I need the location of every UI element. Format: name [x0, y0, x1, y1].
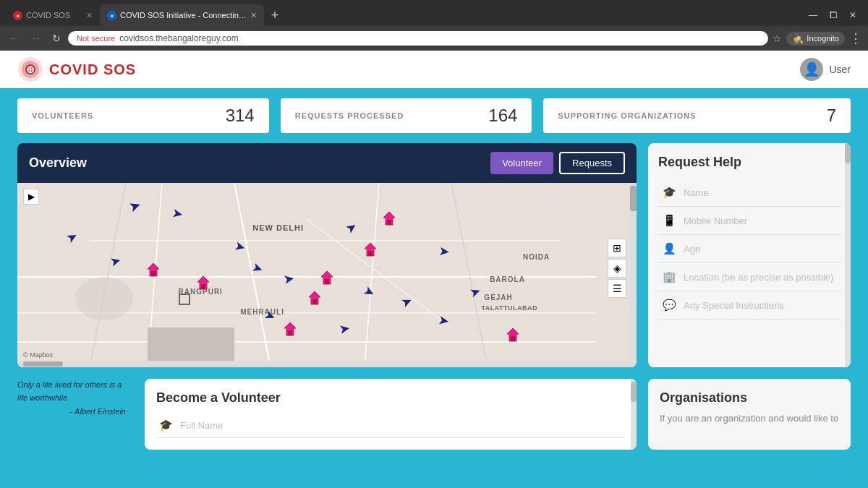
request-help-title: Request Help [658, 155, 841, 170]
tab1-close[interactable]: ✕ [86, 11, 93, 20]
bottom-section: Only a life lived for others is a life w… [0, 379, 868, 461]
svg-rect-20 [368, 251, 373, 256]
map-hscrollbar[interactable] [17, 361, 630, 367]
requests-button[interactable]: Requests [559, 152, 625, 174]
panel-scrollbar[interactable] [845, 143, 851, 367]
house-marker-4 [196, 275, 210, 294]
not-secure-label: Not secure [77, 34, 115, 43]
logo-text: COVID SOS [49, 61, 136, 78]
panel-scrollbar-thumb[interactable] [845, 143, 851, 163]
incognito-icon: 🕵 [792, 33, 804, 44]
address-text: covidsos.thebangaloreguy.com [119, 33, 239, 43]
mobile-placeholder: Mobile Number [684, 215, 747, 226]
incognito-label: Incognito [807, 34, 839, 43]
avatar: 👤 [800, 58, 823, 81]
house-marker-8 [506, 327, 520, 346]
bookmark-icon[interactable]: ☆ [773, 33, 782, 44]
overview-buttons: Volunteer Requests [490, 152, 625, 174]
svg-rect-30 [288, 330, 292, 335]
volunteer-scrollbar-thumb[interactable] [631, 382, 637, 402]
svg-rect-22 [151, 271, 156, 276]
house-marker-7 [283, 321, 297, 340]
incognito-button[interactable]: 🕵 Incognito [786, 32, 845, 46]
house-marker-5 [320, 270, 334, 288]
stat-volunteers: VOLUNTEERS 314 [17, 98, 269, 133]
arrow-marker-12: ➤ [438, 244, 450, 260]
tab1-icon: ● [13, 11, 22, 20]
map-control-layers[interactable]: ⊞ [608, 239, 626, 257]
field-mobile[interactable]: 📱 Mobile Number [658, 207, 841, 235]
fullname-icon: 🎓 [159, 419, 173, 432]
volunteer-scrollbar[interactable] [631, 379, 637, 450]
location-placeholder: Location (be as precise as possible) [684, 272, 833, 283]
map-controls: ⊞ ◈ ☰ [608, 239, 626, 298]
forward-button[interactable]: → [27, 30, 45, 46]
logo-icon: ⊕ [17, 56, 43, 82]
stat-volunteers-value: 314 [226, 106, 255, 126]
map-label-barola: BAROLA [490, 275, 525, 283]
stat-requests-label: REQUESTS PROCESSED [295, 111, 404, 120]
map-container[interactable]: NEW DELHI NOIDA RANGPURI MEHRAULI BAROLA… [17, 183, 637, 367]
svg-rect-28 [312, 299, 317, 304]
main-content: Overview Volunteer Requests [0, 143, 868, 379]
tab2-label: COVID SOS Initiative - Connectin… [120, 11, 247, 20]
overview-panel: Overview Volunteer Requests [17, 143, 637, 367]
age-icon: 👤 [663, 242, 676, 255]
field-name[interactable]: 🎓 Name [658, 179, 841, 207]
svg-rect-24 [201, 284, 205, 289]
svg-point-16 [75, 277, 133, 320]
tab-1[interactable]: ● COVID SOS ✕ [6, 4, 100, 26]
browser-chrome: ● COVID SOS ✕ ● COVID SOS Initiative - C… [0, 0, 868, 51]
menu-button[interactable]: ⋮ [849, 30, 862, 46]
svg-rect-32 [511, 336, 515, 341]
minimize-button[interactable]: — [803, 10, 823, 20]
volunteer-title: Become a Volunteer [156, 390, 625, 406]
map-vscrollbar-thumb[interactable] [630, 186, 637, 211]
field-special-instructions[interactable]: 💬 Any Special Instructions [658, 291, 841, 320]
map-nav-btn[interactable]: ▶ [23, 189, 39, 205]
special-placeholder: Any Special Instructions [684, 300, 784, 311]
fullname-placeholder: Full Name [180, 420, 223, 431]
stat-requests-value: 164 [488, 106, 517, 126]
name-icon: 🎓 [663, 186, 676, 199]
map-hscrollbar-thumb[interactable] [23, 361, 63, 367]
house-marker-3 [146, 262, 161, 281]
quote-author: - Albert Einstein [17, 407, 126, 416]
special-icon: 💬 [663, 299, 676, 312]
tab2-close[interactable]: ✕ [250, 11, 257, 20]
map-vscrollbar[interactable] [630, 183, 637, 367]
new-tab-button[interactable]: + [264, 8, 286, 23]
volunteer-button[interactable]: Volunteer [490, 152, 553, 174]
field-location[interactable]: 🏢 Location (be as precise as possible) [658, 263, 841, 291]
back-button[interactable]: ← [6, 30, 23, 46]
stat-requests: REQUESTS PROCESSED 164 [281, 98, 532, 133]
map-control-satellite[interactable]: ◈ [608, 259, 626, 278]
cursor-indicator [179, 294, 190, 305]
volunteer-field-fullname[interactable]: 🎓 Full Name [156, 413, 625, 438]
page: ⊕ COVID SOS 👤 User VOLUNTEERS 314 REQUES… [0, 51, 868, 488]
svg-rect-18 [387, 220, 391, 225]
user-area[interactable]: 👤 User [800, 58, 851, 81]
close-button[interactable]: ✕ [843, 10, 862, 20]
map-label-delhi: NEW DELHI [252, 223, 304, 232]
house-marker-2 [363, 241, 378, 260]
house-marker-1 [382, 210, 396, 229]
address-bar[interactable]: Not secure covidsos.thebangaloreguy.com [68, 31, 768, 46]
tab1-label: COVID SOS [26, 11, 70, 20]
stat-orgs-value: 7 [827, 106, 836, 126]
map-label-gejah: GEJAH [484, 294, 512, 301]
restore-button[interactable]: ⧠ [823, 10, 843, 20]
stat-orgs-label: SUPPORTING ORGANIZATIONS [558, 111, 696, 120]
svg-rect-26 [325, 279, 329, 284]
field-age[interactable]: 👤 Age [658, 235, 841, 263]
refresh-button[interactable]: ↻ [49, 31, 64, 46]
svg-text:⊕: ⊕ [26, 64, 35, 75]
house-marker-6 [307, 290, 322, 309]
map-control-table[interactable]: ☰ [608, 279, 626, 298]
map-attribution: © Mapbox [23, 351, 53, 359]
tab-2[interactable]: ● COVID SOS Initiative - Connectin… ✕ [100, 4, 264, 26]
logo: ⊕ COVID SOS [17, 56, 136, 82]
overview-header: Overview Volunteer Requests [17, 143, 637, 183]
location-icon: 🏢 [663, 270, 676, 283]
tabs-bar: ● COVID SOS ✕ ● COVID SOS Initiative - C… [0, 0, 868, 26]
